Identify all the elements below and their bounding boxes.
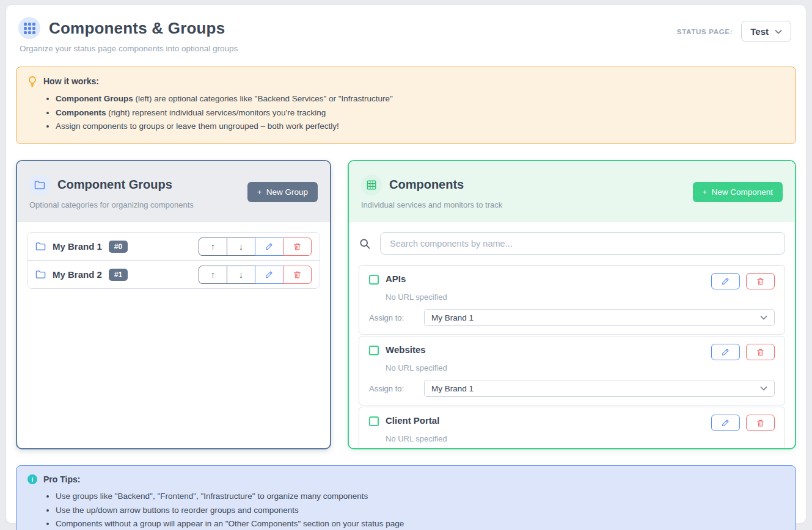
pencil-icon bbox=[722, 348, 730, 356]
move-up-button[interactable]: ↑ bbox=[199, 238, 227, 256]
search-icon bbox=[359, 238, 371, 250]
group-row: My Brand 2 #1 ↑ ↓ bbox=[27, 260, 320, 289]
folder-icon bbox=[35, 242, 46, 251]
edit-component-button[interactable] bbox=[711, 344, 740, 360]
new-component-label: New Component bbox=[711, 187, 773, 197]
groups-panel-title: Component Groups bbox=[57, 178, 172, 192]
pro-tips-item: Use groups like "Backend", "Frontend", "… bbox=[56, 490, 785, 504]
arrow-up-icon: ↑ bbox=[211, 241, 216, 252]
page-header: Components & Groups Organize your status… bbox=[16, 17, 796, 53]
components-panel-title: Components bbox=[389, 178, 464, 192]
new-component-button[interactable]: + New Component bbox=[693, 182, 783, 202]
delete-component-button[interactable] bbox=[746, 273, 775, 289]
edit-component-button[interactable] bbox=[711, 415, 740, 431]
components-grid-icon bbox=[18, 17, 40, 39]
group-name: My Brand 1 bbox=[53, 241, 102, 252]
pro-tips-box: i Pro Tips: Use groups like "Backend", "… bbox=[16, 465, 796, 530]
search-components-input[interactable] bbox=[380, 232, 785, 255]
status-page-select[interactable]: Test bbox=[741, 21, 791, 42]
component-groups-panel: Component Groups Optional categories for… bbox=[16, 160, 331, 449]
info-icon: i bbox=[27, 474, 37, 484]
components-panel: Components Individual services and monit… bbox=[348, 160, 796, 449]
how-it-works-item: Components (right) represent individual … bbox=[56, 106, 785, 120]
status-page-label: STATUS PAGE: bbox=[677, 28, 733, 35]
delete-component-button[interactable] bbox=[746, 415, 775, 431]
pencil-icon bbox=[722, 419, 730, 427]
grid-icon bbox=[361, 175, 382, 195]
group-order-badge: #0 bbox=[109, 241, 128, 253]
move-up-button[interactable]: ↑ bbox=[199, 266, 227, 284]
trash-icon bbox=[756, 277, 764, 286]
delete-group-button[interactable] bbox=[283, 238, 312, 256]
header-right: STATUS PAGE: Test bbox=[677, 21, 791, 42]
delete-group-button[interactable] bbox=[283, 266, 312, 284]
plus-icon: + bbox=[257, 187, 262, 197]
component-actions bbox=[711, 273, 775, 289]
how-it-works-box: How it works: Component Groups (left) ar… bbox=[16, 67, 796, 144]
pencil-icon bbox=[722, 277, 730, 285]
group-actions: ↑ ↓ bbox=[199, 238, 312, 256]
components-list: APIs No URL specified Assign to: bbox=[349, 222, 795, 449]
chevron-down-icon bbox=[760, 386, 767, 391]
components-panel-subtitle: Individual services and monitors to trac… bbox=[361, 200, 502, 209]
pencil-icon bbox=[265, 242, 273, 250]
edit-group-button[interactable] bbox=[255, 266, 283, 284]
folder-icon bbox=[35, 270, 46, 279]
new-group-label: New Group bbox=[266, 187, 308, 197]
edit-component-button[interactable] bbox=[711, 273, 740, 289]
new-group-button[interactable]: + New Group bbox=[247, 182, 318, 202]
assign-group-select[interactable]: My Brand 1 bbox=[424, 309, 775, 326]
assigned-group-value: My Brand 1 bbox=[431, 384, 474, 393]
arrow-down-icon: ↓ bbox=[239, 269, 244, 280]
assign-row: Assign to: My Brand 1 bbox=[369, 380, 775, 397]
component-card: APIs No URL specified Assign to: bbox=[359, 265, 785, 335]
component-name: APIs bbox=[386, 274, 406, 284]
plus-icon: + bbox=[703, 187, 708, 197]
arrow-up-icon: ↑ bbox=[211, 269, 216, 280]
trash-icon bbox=[756, 348, 764, 357]
trash-icon bbox=[756, 419, 764, 427]
assign-to-label: Assign to: bbox=[369, 313, 424, 322]
component-actions bbox=[711, 415, 775, 431]
assign-to-label: Assign to: bbox=[369, 384, 424, 393]
component-actions bbox=[711, 344, 775, 360]
trash-icon bbox=[293, 242, 301, 251]
status-page-value: Test bbox=[750, 26, 769, 37]
arrow-down-icon: ↓ bbox=[239, 241, 244, 252]
component-name: Client Portal bbox=[386, 415, 439, 426]
page-title: Components & Groups bbox=[49, 19, 225, 38]
search-row bbox=[359, 232, 785, 255]
page-subtitle: Organize your status page components int… bbox=[20, 44, 238, 53]
group-order-badge: #1 bbox=[109, 269, 128, 281]
how-it-works-list: Component Groups (left) are optional cat… bbox=[56, 92, 785, 134]
folder-icon bbox=[29, 175, 50, 195]
component-url-note: No URL specified bbox=[386, 434, 775, 443]
groups-panel-header: Component Groups Optional categories for… bbox=[17, 161, 330, 222]
components-panel-header: Components Individual services and monit… bbox=[349, 161, 795, 222]
component-checkbox-icon bbox=[369, 416, 379, 426]
trash-icon bbox=[293, 270, 301, 279]
how-it-works-item: Component Groups (left) are optional cat… bbox=[56, 92, 785, 106]
component-url-note: No URL specified bbox=[386, 363, 775, 372]
group-name: My Brand 2 bbox=[53, 269, 102, 280]
assigned-group-value: My Brand 1 bbox=[431, 313, 474, 322]
header-left: Components & Groups Organize your status… bbox=[18, 17, 238, 53]
move-down-button[interactable]: ↓ bbox=[227, 266, 255, 284]
chevron-down-icon bbox=[775, 29, 782, 34]
component-card: Client Portal No URL specified Assig bbox=[359, 407, 785, 449]
component-card: Websites No URL specified Assign to: bbox=[359, 336, 785, 405]
pro-tips-list: Use groups like "Backend", "Frontend", "… bbox=[56, 490, 785, 530]
chevron-down-icon bbox=[760, 315, 767, 320]
component-checkbox-icon bbox=[369, 275, 379, 285]
edit-group-button[interactable] bbox=[255, 238, 283, 256]
panels-container: Component Groups Optional categories for… bbox=[16, 160, 796, 449]
main-card: Components & Groups Organize your status… bbox=[6, 5, 806, 523]
move-down-button[interactable]: ↓ bbox=[227, 238, 255, 256]
component-name: Websites bbox=[386, 344, 426, 355]
delete-component-button[interactable] bbox=[746, 344, 775, 360]
group-actions: ↑ ↓ bbox=[199, 266, 312, 284]
how-it-works-title: How it works: bbox=[43, 76, 99, 86]
component-url-note: No URL specified bbox=[386, 292, 775, 302]
group-row: My Brand 1 #0 ↑ ↓ bbox=[27, 232, 320, 261]
assign-group-select[interactable]: My Brand 1 bbox=[424, 380, 775, 397]
